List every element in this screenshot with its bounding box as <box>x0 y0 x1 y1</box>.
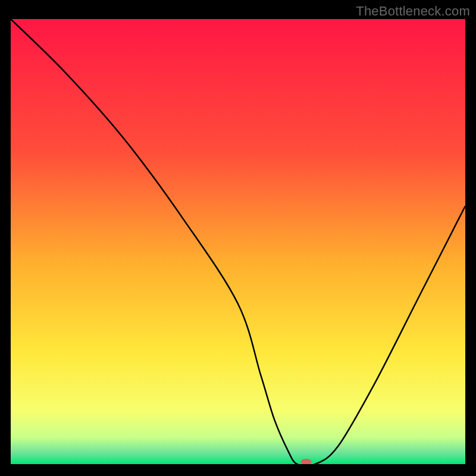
plot-area <box>11 19 465 464</box>
chart-frame: TheBottleneck.com <box>0 0 476 476</box>
chart-svg <box>11 19 465 464</box>
gradient-background <box>11 19 465 464</box>
watermark-text: TheBottleneck.com <box>356 4 470 19</box>
